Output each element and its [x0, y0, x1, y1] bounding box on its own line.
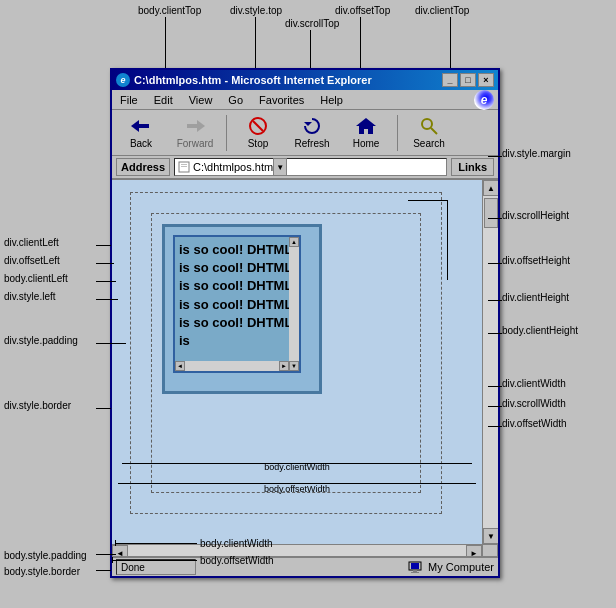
- body-offset-width-label: body.offsetWidth: [264, 484, 330, 494]
- svg-rect-16: [411, 572, 419, 573]
- ann-div-client-width: div.clientWidth: [502, 378, 566, 389]
- svg-rect-3: [187, 124, 197, 128]
- ann-div-scroll-width: div.scrollWidth: [502, 398, 566, 409]
- ann-div-style-padding: div.style.padding: [4, 335, 78, 346]
- ie-logo: e: [474, 90, 494, 110]
- address-dropdown[interactable]: ▼: [273, 158, 287, 176]
- ann-div-offset-width: div.offsetWidth: [502, 418, 567, 429]
- back-button[interactable]: Back: [116, 113, 166, 153]
- title-text: C:\dhtmlpos.htm - Microsoft Internet Exp…: [134, 74, 372, 86]
- svg-marker-0: [131, 120, 139, 132]
- line-body-style-border: [96, 570, 111, 571]
- line-div-scroll-top: [310, 30, 311, 68]
- annotation-div-offset-top: div.offsetTop: [335, 5, 390, 16]
- search-icon: [417, 116, 441, 136]
- svg-line-9: [431, 128, 437, 134]
- ann-div-client-left: div.clientLeft: [4, 237, 59, 248]
- ann-line-margin: [408, 200, 448, 201]
- search-button[interactable]: Search: [404, 113, 454, 153]
- page-background: is so cool! DHTML is so cool! DHTML is s…: [112, 180, 482, 544]
- browser-window: e C:\dhtmlpos.htm - Microsoft Internet E…: [110, 68, 500, 578]
- scroll-down-arrow[interactable]: ▼: [483, 528, 498, 544]
- svg-marker-6: [304, 122, 312, 126]
- menu-favorites[interactable]: Favorites: [255, 92, 308, 108]
- menu-file[interactable]: File: [116, 92, 142, 108]
- ann-line-scroll-h: [447, 200, 448, 280]
- title-bar: e C:\dhtmlpos.htm - Microsoft Internet E…: [112, 70, 498, 90]
- home-icon: [354, 116, 378, 136]
- annotation-div-client-top: div.clientTop: [415, 5, 469, 16]
- line-div-client-left: [96, 245, 111, 246]
- title-bar-buttons: _ □ ×: [442, 73, 494, 87]
- stop-label: Stop: [248, 138, 269, 149]
- svg-rect-14: [411, 563, 419, 569]
- inner-scroll-track: [289, 247, 299, 361]
- menu-help[interactable]: Help: [316, 92, 347, 108]
- svg-point-8: [422, 119, 432, 129]
- inner-scroll-track-h: [185, 361, 279, 371]
- maximize-button[interactable]: □: [460, 73, 476, 87]
- ann-div-client-height: div.clientHeight: [502, 292, 569, 303]
- scroll-thumb-v[interactable]: [484, 198, 498, 228]
- ie-icon: e: [116, 73, 130, 87]
- inner-scroll-left[interactable]: ◄: [175, 361, 185, 371]
- svg-rect-11: [181, 164, 187, 165]
- status-bar: Done My Computer: [112, 556, 498, 576]
- refresh-button[interactable]: Refresh: [287, 113, 337, 153]
- ann-div-scroll-height: div.scrollHeight: [502, 210, 569, 221]
- stop-icon: [246, 116, 270, 136]
- ann-div-offset-left: div.offsetLeft: [4, 255, 60, 266]
- line-div-offset-top: [360, 17, 361, 68]
- svg-rect-1: [139, 124, 149, 128]
- minimize-button[interactable]: _: [442, 73, 458, 87]
- inner-scroll-up[interactable]: ▲: [289, 237, 299, 247]
- toolbar-sep-1: [226, 115, 227, 151]
- annotation-body-client-top: body.clientTop: [138, 5, 201, 16]
- text-div: is so cool! DHTML is so cool! DHTML is s…: [173, 235, 301, 373]
- menu-view[interactable]: View: [185, 92, 217, 108]
- address-value: C:\dhtmlpos.htm: [193, 161, 273, 173]
- computer-label: My Computer: [428, 561, 494, 573]
- menu-go[interactable]: Go: [224, 92, 247, 108]
- line-div-style-top: [255, 17, 256, 68]
- scrollable-div[interactable]: is so cool! DHTML is so cool! DHTML is s…: [162, 224, 322, 394]
- ann-body-client-width: body.clientWidth: [200, 538, 273, 549]
- svg-line-5: [253, 121, 263, 131]
- ann-div-style-margin: div.style.margin: [502, 148, 571, 159]
- outer-wrapper: body.clientTop div.style.top div.scrollT…: [0, 0, 616, 608]
- ann-body-client-height: body.clientHeight: [502, 325, 578, 336]
- back-label: Back: [130, 138, 152, 149]
- toolbar: Back Forward Stop Refresh: [112, 110, 498, 156]
- forward-button[interactable]: Forward: [170, 113, 220, 153]
- svg-marker-2: [197, 120, 205, 132]
- menu-edit[interactable]: Edit: [150, 92, 177, 108]
- scroll-track-v: [483, 196, 498, 528]
- ann-div-offset-height: div.offsetHeight: [502, 255, 570, 266]
- close-button[interactable]: ×: [478, 73, 494, 87]
- ie-logo-menu: e: [474, 90, 494, 110]
- home-button[interactable]: Home: [341, 113, 391, 153]
- inner-scrollbar-v[interactable]: ▲ ▼: [289, 237, 299, 371]
- stop-button[interactable]: Stop: [233, 113, 283, 153]
- status-done: Done: [116, 559, 196, 575]
- main-scrollbar-v[interactable]: ▲ ▼: [482, 180, 498, 544]
- back-icon: [129, 116, 153, 136]
- scroll-up-arrow[interactable]: ▲: [483, 180, 498, 196]
- inner-scroll-right[interactable]: ►: [279, 361, 289, 371]
- ann-div-style-border: div.style.border: [4, 400, 71, 411]
- address-field[interactable]: C:\dhtmlpos.htm ▼: [174, 158, 447, 176]
- svg-rect-15: [413, 570, 417, 572]
- refresh-icon: [300, 116, 324, 136]
- computer-icon: [408, 561, 424, 573]
- inner-scrollbar-h[interactable]: ◄ ►: [175, 361, 289, 371]
- ann-body-style-padding: body.style.padding: [4, 550, 87, 561]
- body-client-width-label: body.clientWidth: [264, 462, 329, 472]
- inner-scroll-down[interactable]: ▼: [289, 361, 299, 371]
- ann-body-offset-width: body.offsetWidth: [200, 555, 274, 566]
- inner-div-dashed: is so cool! DHTML is so cool! DHTML is s…: [151, 213, 421, 493]
- links-button[interactable]: Links: [451, 158, 494, 176]
- address-page-icon: [177, 160, 191, 174]
- address-label: Address: [116, 158, 170, 176]
- refresh-label: Refresh: [294, 138, 329, 149]
- svg-rect-12: [181, 166, 187, 167]
